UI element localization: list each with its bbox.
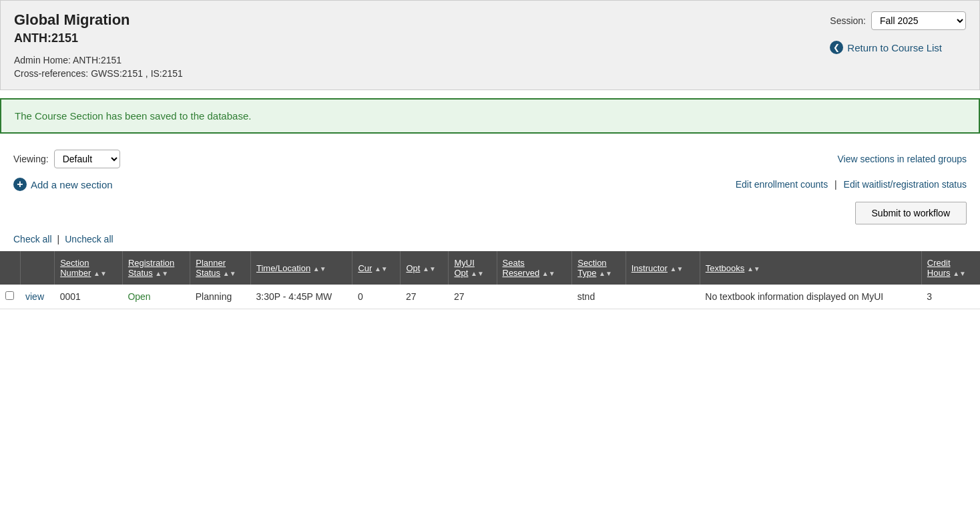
col-instructor: Instructor ▲▼ bbox=[626, 251, 700, 285]
add-section-label: Add a new section bbox=[31, 179, 113, 190]
success-banner: The Course Section has been saved to the… bbox=[0, 98, 980, 134]
table-header-row: SectionNumber ▲▼ RegistrationStatus ▲▼ P… bbox=[0, 251, 980, 285]
col-myui-opt: MyUIOpt ▲▼ bbox=[449, 251, 497, 285]
row-opt: 27 bbox=[401, 285, 449, 309]
session-select[interactable]: Fall 2025 Spring 2025 Summer 2025 bbox=[871, 11, 966, 30]
controls-row: Viewing: Default All View sections in re… bbox=[0, 142, 980, 174]
return-link-row: ❮ Return to Course List bbox=[830, 41, 966, 54]
sort-opt-icon: ▲▼ bbox=[423, 265, 436, 273]
row-checkbox-cell bbox=[0, 285, 20, 309]
page-wrapper: Global Migration ANTH:2151 Admin Home: A… bbox=[0, 0, 980, 309]
row-textbooks: No textbook information displayed on MyU… bbox=[700, 285, 921, 309]
session-label: Session: bbox=[830, 15, 866, 26]
add-icon: + bbox=[13, 178, 27, 191]
edit-waitlist-link[interactable]: Edit waitlist/registration status bbox=[844, 179, 967, 190]
col-cur: Cur ▲▼ bbox=[352, 251, 401, 285]
col-textbooks: Textbooks ▲▼ bbox=[700, 251, 921, 285]
sort-planner-icon: ▲▼ bbox=[223, 270, 236, 277]
return-to-course-list-link[interactable]: Return to Course List bbox=[847, 42, 942, 53]
checkall-separator: | bbox=[57, 234, 60, 244]
row-instructor bbox=[626, 285, 700, 309]
admin-home: Admin Home: ANTH:2151 bbox=[14, 55, 183, 65]
sections-table: SectionNumber ▲▼ RegistrationStatus ▲▼ P… bbox=[0, 251, 980, 309]
return-icon: ❮ bbox=[830, 41, 843, 54]
header-left: Global Migration ANTH:2151 Admin Home: A… bbox=[14, 11, 183, 79]
row-view-link[interactable]: view bbox=[25, 291, 44, 302]
pipe-separator: | bbox=[834, 179, 840, 190]
row-credit-hours: 3 bbox=[921, 285, 980, 309]
col-section-type: SectionType ▲▼ bbox=[572, 251, 626, 285]
viewing-label: Viewing: bbox=[13, 154, 49, 164]
sort-registration-icon: ▲▼ bbox=[155, 270, 168, 277]
row-section-type: stnd bbox=[572, 285, 626, 309]
row-section-number: 0001 bbox=[55, 285, 123, 309]
edit-enrollment-link[interactable]: Edit enrollment counts bbox=[736, 179, 828, 190]
checkall-row: Check all | Uncheck all bbox=[0, 230, 980, 251]
table-row: view0001OpenPlanning3:30P - 4:45P MW0272… bbox=[0, 285, 980, 309]
row-myui-opt: 27 bbox=[449, 285, 497, 309]
row-seats-reserved bbox=[497, 285, 572, 309]
sort-myui-icon: ▲▼ bbox=[471, 270, 484, 277]
table-wrapper: SectionNumber ▲▼ RegistrationStatus ▲▼ P… bbox=[0, 251, 980, 309]
sort-section-type-icon: ▲▼ bbox=[599, 270, 612, 277]
submit-to-workflow-button[interactable]: Submit to workflow bbox=[855, 202, 967, 224]
col-checkbox bbox=[0, 251, 20, 285]
row-checkbox[interactable] bbox=[5, 291, 14, 300]
related-groups-link[interactable]: View sections in related groups bbox=[837, 154, 967, 164]
course-code: ANTH:2151 bbox=[14, 31, 183, 45]
sort-seats-icon: ▲▼ bbox=[542, 270, 555, 277]
uncheck-all-link[interactable]: Uncheck all bbox=[65, 234, 113, 244]
sort-instructor-icon: ▲▼ bbox=[670, 265, 684, 273]
col-planner-status: PlannerStatus ▲▼ bbox=[190, 251, 251, 285]
viewing-select[interactable]: Default All bbox=[54, 150, 120, 168]
sort-credit-icon: ▲▼ bbox=[953, 270, 966, 277]
header-right: Session: Fall 2025 Spring 2025 Summer 20… bbox=[830, 11, 966, 54]
sort-time-icon: ▲▼ bbox=[313, 265, 326, 273]
row-time-location: 3:30P - 4:45P MW bbox=[250, 285, 352, 309]
header-section: Global Migration ANTH:2151 Admin Home: A… bbox=[0, 0, 980, 90]
col-seats-reserved: SeatsReserved ▲▼ bbox=[497, 251, 572, 285]
actions-row: + Add a new section Edit enrollment coun… bbox=[0, 174, 980, 199]
viewing-row: Viewing: Default All bbox=[13, 150, 120, 168]
col-credit-hours: CreditHours ▲▼ bbox=[921, 251, 980, 285]
row-registration-status: Open bbox=[122, 285, 190, 309]
col-section-number: SectionNumber ▲▼ bbox=[55, 251, 123, 285]
submit-row: Submit to workflow bbox=[0, 199, 980, 230]
sort-textbooks-icon: ▲▼ bbox=[747, 265, 760, 273]
cross-references: Cross-references: GWSS:2151 , IS:2151 bbox=[14, 68, 183, 79]
row-planner-status: Planning bbox=[190, 285, 251, 309]
col-registration-status: RegistrationStatus ▲▼ bbox=[122, 251, 190, 285]
col-view bbox=[20, 251, 55, 285]
col-time-location: Time/Location ▲▼ bbox=[250, 251, 352, 285]
success-message: The Course Section has been saved to the… bbox=[15, 110, 251, 122]
add-section-link[interactable]: + Add a new section bbox=[13, 178, 113, 191]
page-title: Global Migration bbox=[14, 11, 183, 29]
sort-cur-icon: ▲▼ bbox=[375, 265, 388, 273]
enrollment-links: Edit enrollment counts | Edit waitlist/r… bbox=[736, 179, 967, 190]
row-view-cell: view bbox=[20, 285, 55, 309]
session-row: Session: Fall 2025 Spring 2025 Summer 20… bbox=[830, 11, 966, 30]
sort-section-number-icon: ▲▼ bbox=[93, 270, 107, 277]
col-opt: Opt ▲▼ bbox=[401, 251, 449, 285]
check-all-link[interactable]: Check all bbox=[13, 234, 52, 244]
row-cur: 0 bbox=[352, 285, 401, 309]
